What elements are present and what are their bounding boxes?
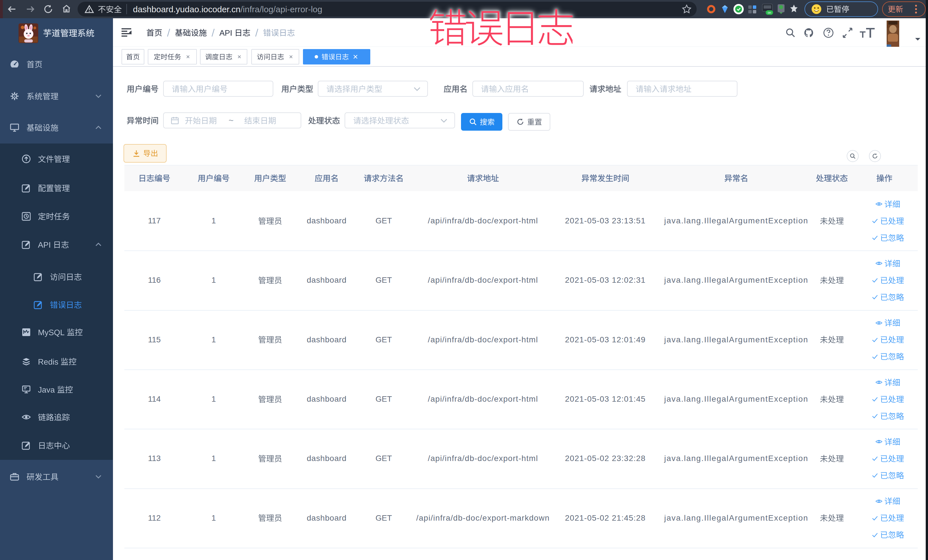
svg-text:on: on bbox=[768, 11, 771, 14]
